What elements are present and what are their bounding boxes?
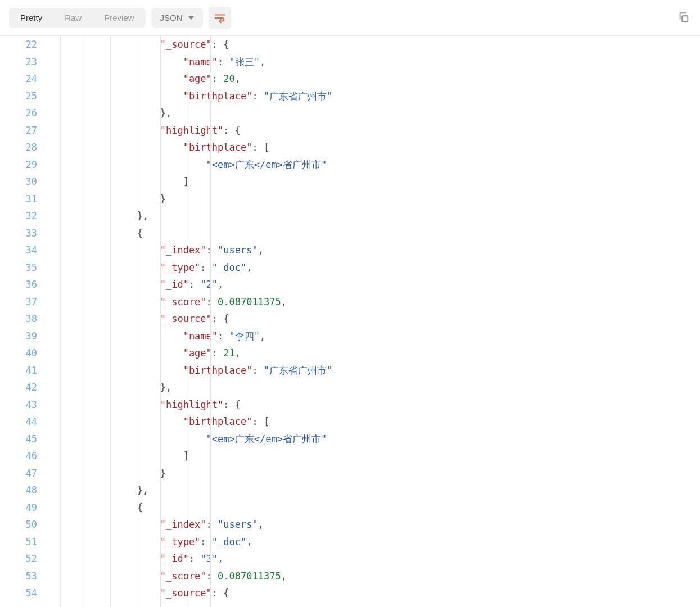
line-number: 35 — [0, 259, 37, 277]
line-number: 23 — [0, 53, 37, 71]
code-line: "_index": "users", — [45, 516, 700, 533]
copy-button[interactable] — [678, 11, 691, 25]
code-line: "_score": 0.087011375, — [45, 293, 700, 311]
line-number: 51 — [0, 533, 37, 551]
indent-guide — [136, 36, 136, 607]
code-line: }, — [45, 482, 700, 499]
indent-guide — [60, 36, 61, 607]
code-line: "age": 20, — [45, 70, 700, 88]
code-line: "_score": 0.087011375, — [45, 568, 700, 585]
line-number: 54 — [0, 585, 37, 602]
code-line: "_id": "2", — [45, 276, 700, 293]
code-line: "_source": { — [45, 36, 700, 53]
format-label: JSON — [160, 13, 183, 22]
line-number: 39 — [0, 328, 37, 345]
line-number: 24 — [0, 70, 37, 88]
word-wrap-icon — [214, 12, 226, 24]
line-number: 43 — [0, 396, 37, 414]
code-line: "birthplace": [ — [45, 139, 700, 156]
line-number: 48 — [0, 482, 37, 499]
code-line: "birthplace": [ — [45, 413, 700, 431]
code-line: }, — [45, 379, 700, 396]
code-line: ] — [45, 447, 700, 465]
code-line: "name": "张三", — [45, 53, 700, 71]
code-line: "highlight": { — [45, 396, 700, 414]
line-number: 30 — [0, 173, 37, 191]
copy-icon — [678, 11, 690, 24]
line-number: 42 — [0, 379, 37, 396]
line-number: 53 — [0, 568, 37, 585]
line-number: 29 — [0, 156, 37, 174]
line-number: 25 — [0, 88, 37, 105]
line-number: 49 — [0, 499, 37, 517]
line-number: 45 — [0, 431, 37, 448]
format-select[interactable]: JSON — [151, 8, 203, 28]
code-line: ] — [45, 173, 700, 191]
indent-guide — [110, 36, 111, 607]
line-number: 22 — [0, 36, 37, 53]
indent-guide — [210, 36, 211, 607]
code-line: "_source": { — [45, 585, 700, 602]
response-toolbar: PrettyRawPreview JSON — [0, 0, 700, 36]
code-line: "<em>广东</em>省广州市" — [45, 431, 700, 448]
code-line: "_type": "_doc", — [45, 533, 700, 551]
code-line: "<em>广东</em>省广州市" — [45, 156, 700, 174]
code-line: { — [45, 499, 700, 517]
code-line: }, — [45, 207, 700, 225]
code-line: "name": "李四", — [45, 328, 700, 345]
line-number: 31 — [0, 191, 37, 208]
line-number: 28 — [0, 139, 37, 156]
line-number: 52 — [0, 550, 37, 568]
word-wrap-button[interactable] — [209, 7, 231, 29]
chevron-down-icon — [188, 16, 194, 20]
code-line: }, — [45, 105, 700, 122]
code-line: "_id": "3", — [45, 550, 700, 568]
code-content: "_source": { "name": "张三", "age": 20, "b… — [45, 36, 700, 607]
code-line: } — [45, 191, 700, 208]
view-tab-pretty[interactable]: Pretty — [9, 8, 53, 28]
code-line: } — [45, 465, 700, 482]
code-line: "birthplace": "广东省广州市" — [45, 362, 700, 379]
code-line: "age": 21, — [45, 345, 700, 362]
line-number: 37 — [0, 293, 37, 311]
code-viewer[interactable]: 2223242526272829303132333435363738394041… — [0, 36, 700, 607]
view-tab-preview[interactable]: Preview — [93, 8, 145, 28]
indent-guide — [160, 36, 161, 607]
indent-guide — [85, 36, 85, 607]
indent-guide — [186, 36, 186, 607]
code-line: { — [45, 225, 700, 242]
line-number: 40 — [0, 345, 37, 362]
line-number: 38 — [0, 310, 37, 328]
line-number: 50 — [0, 516, 37, 533]
line-number: 41 — [0, 362, 37, 379]
view-tab-group: PrettyRawPreview — [9, 8, 146, 28]
line-number: 46 — [0, 447, 37, 465]
line-number: 34 — [0, 242, 37, 259]
line-number: 32 — [0, 207, 37, 225]
line-number: 26 — [0, 105, 37, 122]
code-line: "_index": "users", — [45, 242, 700, 259]
line-number: 36 — [0, 276, 37, 293]
line-number: 27 — [0, 122, 37, 139]
line-number: 44 — [0, 413, 37, 431]
line-number: 33 — [0, 225, 37, 242]
code-line: "highlight": { — [45, 122, 700, 139]
code-line: "_type": "_doc", — [45, 259, 700, 277]
line-number: 47 — [0, 465, 37, 482]
view-tab-raw[interactable]: Raw — [53, 8, 93, 28]
svg-rect-1 — [682, 16, 688, 21]
line-number-gutter: 2223242526272829303132333435363738394041… — [0, 36, 45, 607]
code-line: "birthplace": "广东省广州市" — [45, 88, 700, 105]
code-line: "_source": { — [45, 310, 700, 328]
